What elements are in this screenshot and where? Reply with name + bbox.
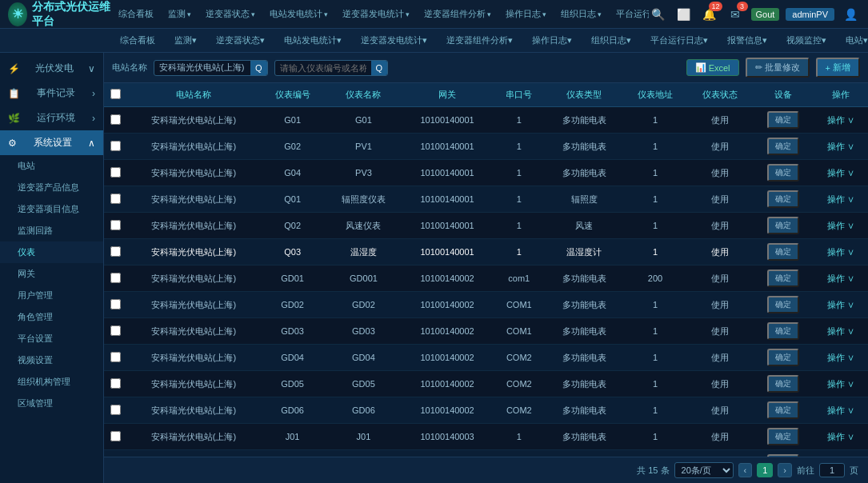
sub-nav-item-10[interactable]: 视频监控▾	[778, 32, 834, 49]
sidebar-sub-meter[interactable]: 仪表	[0, 242, 103, 263]
confirm-button[interactable]: 确定	[767, 138, 799, 155]
row-checkbox[interactable]	[110, 352, 121, 362]
station-input[interactable]	[154, 61, 250, 75]
station-search-button[interactable]: Q	[250, 61, 267, 75]
row-checkbox[interactable]	[110, 431, 121, 441]
operation-button[interactable]: 操作 ∨	[827, 273, 854, 283]
meter-search-button[interactable]: Q	[371, 61, 388, 75]
row-checkbox[interactable]	[110, 167, 121, 178]
row-checkbox[interactable]	[110, 246, 121, 257]
confirm-button[interactable]: 确定	[767, 349, 799, 366]
sidebar-item-settings[interactable]: ⚙ 系统设置 ∧	[0, 130, 103, 155]
sidebar-item-events[interactable]: 📋 事件记录 ›	[0, 81, 103, 106]
page-1-button[interactable]: 1	[757, 463, 773, 477]
operation-button[interactable]: 操作 ∨	[827, 247, 854, 257]
top-nav-item-逆变器组件分析[interactable]: 逆变器组件分析▾	[418, 5, 498, 23]
operation-button[interactable]: 操作 ∨	[827, 300, 854, 309]
ai-button[interactable]: Gout	[751, 8, 780, 21]
search-icon[interactable]: 🔍	[649, 5, 668, 24]
cell-addr: 1	[622, 397, 687, 424]
avatar-icon[interactable]: 👤	[841, 5, 860, 24]
chevron-down-icon: ∨	[88, 63, 95, 74]
sidebar-sub-user[interactable]: 用户管理	[0, 285, 103, 306]
operation-button[interactable]: 操作 ∨	[827, 221, 854, 230]
operation-button[interactable]: 操作 ∨	[827, 194, 854, 204]
operation-button[interactable]: 操作 ∨	[827, 326, 854, 336]
top-nav-item-综合看板[interactable]: 综合看板	[112, 5, 160, 23]
sidebar-sub-monitor-loop[interactable]: 监测回路	[0, 220, 103, 242]
operation-button[interactable]: 操作 ∨	[827, 168, 854, 178]
add-button[interactable]: + 新增	[816, 58, 860, 78]
sidebar-sub-role[interactable]: 角色管理	[0, 306, 103, 328]
confirm-button[interactable]: 确定	[767, 243, 799, 261]
top-nav-item-平台运行日志[interactable]: 平台运行日志▾	[610, 5, 649, 23]
next-page-button[interactable]: ›	[778, 463, 792, 477]
sidebar-sub-inverter-project[interactable]: 逆变器项目信息	[0, 198, 103, 220]
select-all-checkbox[interactable]	[110, 89, 121, 99]
cell-meter_name: GD02	[325, 292, 402, 318]
operation-button[interactable]: 操作 ∨	[827, 142, 854, 151]
row-checkbox[interactable]	[110, 114, 121, 125]
excel-button[interactable]: 📊 Excel	[686, 59, 739, 76]
sidebar-item-solar[interactable]: ⚡ 光伏发电 ∨	[0, 56, 103, 81]
fullscreen-icon[interactable]: ⬜	[674, 5, 694, 24]
sidebar-item-env[interactable]: 🌿 运行环境 ›	[0, 106, 103, 130]
sub-nav-item-4[interactable]: 逆变器发电统计▾	[353, 32, 435, 49]
operation-button[interactable]: 操作 ∨	[827, 353, 854, 362]
sidebar-sub-inverter-product[interactable]: 逆变器产品信息	[0, 177, 103, 198]
row-checkbox[interactable]	[110, 405, 121, 415]
row-checkbox[interactable]	[110, 378, 121, 389]
sidebar-sub-video[interactable]: 视频设置	[0, 349, 103, 371]
top-nav-item-逆变器发电统计[interactable]: 逆变器发电统计▾	[336, 5, 416, 23]
row-checkbox[interactable]	[110, 194, 121, 204]
confirm-button[interactable]: 确定	[767, 111, 799, 129]
confirm-button[interactable]: 确定	[767, 401, 799, 419]
sub-nav-item-6[interactable]: 操作日志▾	[524, 32, 580, 49]
confirm-button[interactable]: 确定	[767, 164, 799, 182]
confirm-button[interactable]: 确定	[767, 269, 799, 287]
sub-nav-item-0[interactable]: 综合看板	[112, 32, 163, 49]
top-nav-item-电站发电统计[interactable]: 电站发电统计▾	[263, 5, 334, 23]
confirm-button[interactable]: 确定	[767, 190, 799, 208]
confirm-button[interactable]: 确定	[767, 428, 799, 445]
sidebar-sub-platform[interactable]: 平台设置	[0, 328, 103, 349]
sidebar-sub-gateway[interactable]: 网关	[0, 263, 103, 285]
confirm-button[interactable]: 确定	[767, 296, 799, 313]
row-checkbox[interactable]	[110, 299, 121, 309]
top-nav-item-组织日志[interactable]: 组织日志▾	[554, 5, 608, 23]
notification-icon[interactable]: 🔔12	[700, 5, 719, 24]
meter-search-input[interactable]	[275, 61, 371, 75]
operation-button[interactable]: 操作 ∨	[827, 405, 854, 415]
prev-page-button[interactable]: ‹	[738, 463, 753, 477]
sub-nav-item-11[interactable]: 电站▾	[838, 32, 868, 49]
row-checkbox[interactable]	[110, 273, 121, 283]
sidebar-sub-station[interactable]: 电站	[0, 155, 103, 177]
sub-nav-item-1[interactable]: 监测▾	[166, 32, 205, 49]
sub-nav-item-9[interactable]: 报警信息▾	[719, 32, 775, 49]
top-nav-item-操作日志[interactable]: 操作日志▾	[499, 5, 553, 23]
operation-button[interactable]: 操作 ∨	[827, 432, 854, 441]
per-page-select[interactable]: 20条/页 50条/页 100条/页	[674, 462, 734, 478]
sub-nav-item-3[interactable]: 电站发电统计▾	[276, 32, 350, 49]
row-checkbox[interactable]	[110, 325, 121, 336]
row-checkbox[interactable]	[110, 220, 121, 230]
confirm-button[interactable]: 确定	[767, 217, 799, 234]
top-nav-item-监测[interactable]: 监测▾	[162, 5, 198, 23]
confirm-button[interactable]: 确定	[767, 322, 799, 340]
message-icon[interactable]: ✉3	[726, 5, 745, 24]
sub-nav-item-5[interactable]: 逆变器组件分析▾	[438, 32, 521, 49]
operation-button[interactable]: 操作 ∨	[827, 115, 854, 125]
batch-modify-button[interactable]: ✏ 批量修改	[746, 58, 810, 78]
page-goto-input[interactable]	[819, 463, 845, 477]
user-button[interactable]: adminPV	[786, 8, 834, 21]
sub-nav-item-8[interactable]: 平台运行日志▾	[642, 32, 716, 49]
sidebar-sub-org[interactable]: 组织机构管理	[0, 371, 103, 393]
cell-type: 多功能电表	[546, 160, 622, 186]
sub-nav-item-7[interactable]: 组织日志▾	[583, 32, 639, 49]
confirm-button[interactable]: 确定	[767, 375, 799, 393]
operation-button[interactable]: 操作 ∨	[827, 379, 854, 389]
top-nav-item-逆变器状态[interactable]: 逆变器状态▾	[199, 5, 262, 23]
sub-nav-item-2[interactable]: 逆变器状态▾	[208, 32, 273, 49]
sidebar-sub-region[interactable]: 区域管理	[0, 393, 103, 414]
row-checkbox[interactable]	[110, 141, 121, 151]
